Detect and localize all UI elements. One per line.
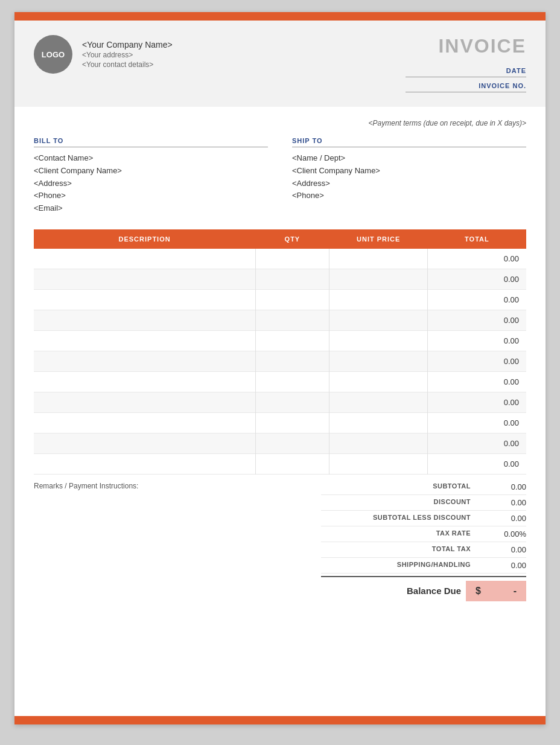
- cell-qty: [255, 289, 329, 310]
- shipping-handling-value: 0.00: [478, 561, 526, 570]
- table-row: 0.00: [34, 351, 526, 371]
- date-line: [406, 77, 526, 77]
- cell-description: [34, 289, 255, 310]
- total-tax-value: 0.00: [478, 545, 526, 554]
- cell-unit-price: [329, 289, 428, 310]
- date-field: DATE: [406, 67, 526, 77]
- discount-label: DISCOUNT: [321, 498, 478, 507]
- ship-to-name-dept: <Name / Dept>: [292, 152, 526, 165]
- table-row: 0.00: [34, 249, 526, 269]
- balance-due-value: -: [514, 586, 517, 596]
- date-label: DATE: [506, 67, 526, 74]
- header-unit-price: UNIT PRICE: [329, 229, 428, 249]
- cell-total: 0.00: [428, 249, 526, 269]
- company-name: <Your Company Name>: [82, 40, 173, 50]
- logo-area: LOGO <Your Company Name> <Your address> …: [34, 35, 173, 74]
- bill-to-label: BILL TO: [34, 137, 268, 147]
- balance-due-amount: $ -: [466, 581, 526, 601]
- cell-unit-price: [329, 249, 428, 269]
- totals-section: Remarks / Payment Instructions: SUBTOTAL…: [34, 475, 526, 601]
- cell-description: [34, 269, 255, 289]
- cell-qty: [255, 412, 329, 433]
- cell-unit-price: [329, 310, 428, 330]
- company-info: <Your Company Name> <Your address> <Your…: [82, 35, 173, 69]
- cell-unit-price: [329, 371, 428, 392]
- cell-description: [34, 453, 255, 474]
- table-row: 0.00: [34, 310, 526, 330]
- tax-rate-label: TAX RATE: [321, 529, 478, 539]
- items-table: DESCRIPTION QTY UNIT PRICE TOTAL 0.00 0.…: [34, 229, 526, 475]
- cell-total: 0.00: [428, 351, 526, 371]
- tax-rate-row: TAX RATE 0.00%: [321, 526, 526, 542]
- cell-qty: [255, 310, 329, 330]
- subtotal-label: SUBTOTAL: [321, 482, 478, 491]
- cell-total: 0.00: [428, 412, 526, 433]
- table-row: 0.00: [34, 269, 526, 289]
- table-row: 0.00: [34, 289, 526, 310]
- subtotal-less-discount-label: SUBTOTAL LESS DISCOUNT: [321, 514, 478, 523]
- cell-unit-price: [329, 269, 428, 289]
- bill-to-contact-name: <Contact Name>: [34, 152, 268, 165]
- company-address: <Your address>: [82, 51, 173, 59]
- ship-to-section: SHIP TO <Name / Dept> <Client Company Na…: [292, 137, 526, 215]
- cell-total: 0.00: [428, 392, 526, 412]
- cell-description: [34, 330, 255, 351]
- tax-rate-value: 0.00%: [478, 529, 526, 539]
- cell-qty: [255, 371, 329, 392]
- cell-description: [34, 249, 255, 269]
- cell-qty: [255, 453, 329, 474]
- cell-total: 0.00: [428, 371, 526, 392]
- bill-to-phone: <Phone>: [34, 190, 268, 202]
- table-row: 0.00: [34, 392, 526, 412]
- subtotal-row: SUBTOTAL 0.00: [321, 479, 526, 495]
- invoice-page: LOGO <Your Company Name> <Your address> …: [14, 12, 546, 724]
- cell-unit-price: [329, 412, 428, 433]
- balance-due-row: Balance Due $ -: [321, 576, 526, 601]
- top-accent-bar: [14, 12, 546, 21]
- table-row: 0.00: [34, 330, 526, 351]
- cell-unit-price: [329, 330, 428, 351]
- header-qty: QTY: [255, 229, 329, 249]
- shipping-handling-row: SHIPPING/HANDLING 0.00: [321, 558, 526, 574]
- subtotal-value: 0.00: [478, 482, 526, 491]
- payment-terms: <Payment terms (due on receipt, due in X…: [34, 119, 526, 127]
- bill-to-address: <Address>: [34, 177, 268, 190]
- cell-description: [34, 310, 255, 330]
- cell-total: 0.00: [428, 330, 526, 351]
- table-row: 0.00: [34, 371, 526, 392]
- ship-to-company-name: <Client Company Name>: [292, 165, 526, 177]
- header-description: DESCRIPTION: [34, 229, 255, 249]
- cell-description: [34, 371, 255, 392]
- cell-qty: [255, 433, 329, 453]
- cell-qty: [255, 330, 329, 351]
- cell-qty: [255, 249, 329, 269]
- header-section: LOGO <Your Company Name> <Your address> …: [14, 21, 546, 107]
- balance-due-label: Balance Due: [407, 586, 466, 596]
- cell-description: [34, 351, 255, 371]
- billing-section: BILL TO <Contact Name> <Client Company N…: [34, 137, 526, 215]
- cell-description: [34, 392, 255, 412]
- invoice-title: INVOICE: [406, 35, 526, 57]
- cell-qty: [255, 269, 329, 289]
- table-row: 0.00: [34, 433, 526, 453]
- cell-total: 0.00: [428, 289, 526, 310]
- bill-to-section: BILL TO <Contact Name> <Client Company N…: [34, 137, 268, 215]
- subtotal-less-discount-row: SUBTOTAL LESS DISCOUNT 0.00: [321, 511, 526, 526]
- subtotal-less-discount-value: 0.00: [478, 514, 526, 523]
- table-header-row: DESCRIPTION QTY UNIT PRICE TOTAL: [34, 229, 526, 249]
- discount-row: DISCOUNT 0.00: [321, 495, 526, 511]
- cell-description: [34, 433, 255, 453]
- cell-unit-price: [329, 392, 428, 412]
- currency-symbol: $: [476, 586, 481, 596]
- bill-to-email: <Email>: [34, 202, 268, 215]
- bottom-accent-bar: [14, 716, 546, 724]
- invoice-meta: DATE INVOICE NO.: [406, 67, 526, 92]
- cell-unit-price: [329, 433, 428, 453]
- cell-total: 0.00: [428, 269, 526, 289]
- cell-unit-price: [329, 453, 428, 474]
- total-tax-label: TOTAL TAX: [321, 545, 478, 554]
- remarks: Remarks / Payment Instructions:: [34, 479, 321, 490]
- cell-total: 0.00: [428, 310, 526, 330]
- invoice-title-area: INVOICE DATE INVOICE NO.: [406, 35, 526, 92]
- cell-description: [34, 412, 255, 433]
